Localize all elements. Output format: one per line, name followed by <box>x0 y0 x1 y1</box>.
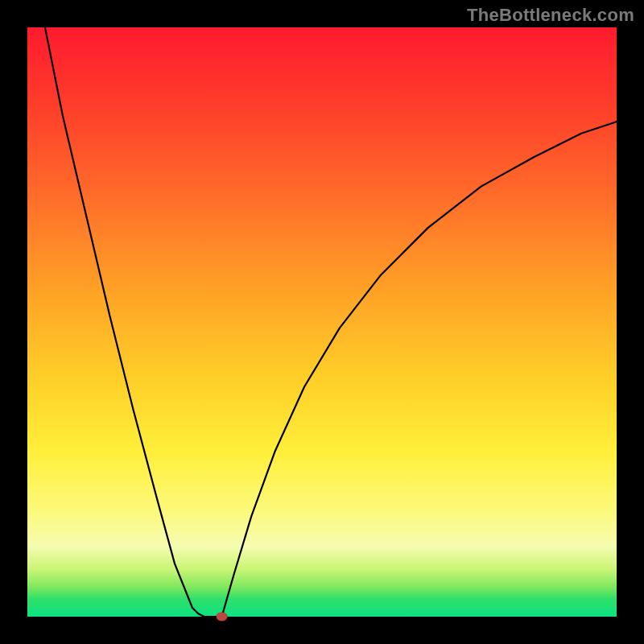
bottleneck-curve <box>27 27 617 617</box>
optimal-point-marker <box>217 613 228 621</box>
chart-frame: TheBottleneck.com <box>0 0 644 644</box>
watermark-text: TheBottleneck.com <box>467 5 634 26</box>
curve-path <box>45 27 617 617</box>
plot-area <box>27 27 617 617</box>
